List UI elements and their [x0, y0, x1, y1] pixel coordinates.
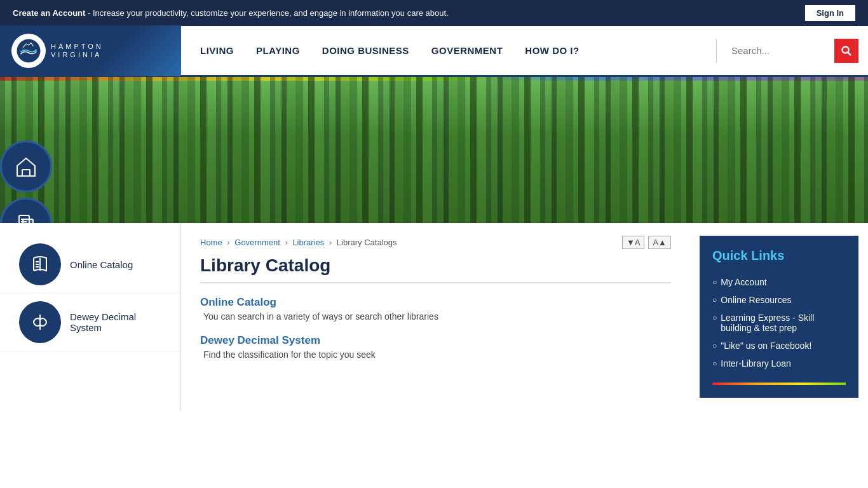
quick-link-online-resources[interactable]: Online Resources: [712, 291, 846, 309]
content-wrapper: Online Catalog Dewey Decimal System Home…: [0, 223, 868, 410]
dewey-desc: Find the classification for the topic yo…: [203, 349, 671, 360]
logo-circle: [11, 34, 46, 68]
quick-links-panel: Quick Links My Account Online Resources …: [700, 236, 858, 398]
sidebar-label-catalog: Online Catalog: [70, 259, 133, 270]
svg-line-2: [848, 52, 851, 55]
quick-link-online-resources-label[interactable]: Online Resources: [721, 295, 791, 305]
quick-links-list: My Account Online Resources Learning Exp…: [712, 273, 846, 372]
sidebar-label-dewey: Dewey Decimal System: [70, 311, 168, 333]
breadcrumb-government[interactable]: Government: [234, 238, 280, 247]
left-sidebar: Online Catalog Dewey Decimal System: [0, 223, 181, 410]
quick-links-divider: [712, 383, 846, 385]
side-icon-home[interactable]: [0, 140, 52, 193]
hero-image: [0, 77, 868, 223]
breadcrumb-libraries[interactable]: Libraries: [292, 238, 324, 247]
quick-link-learning-express[interactable]: Learning Express - Skill building & test…: [712, 309, 846, 337]
font-increase-button[interactable]: A▲: [648, 236, 671, 249]
content-section-catalog: Online Catalog You can search in a varie…: [200, 296, 671, 322]
right-column: Quick Links My Account Online Resources …: [690, 223, 868, 410]
banner-description: - Increase your productivity, customize …: [85, 8, 448, 18]
breadcrumb-sep-3: ›: [329, 238, 334, 247]
logo-text: HAMPTON VIRGINIA: [51, 43, 104, 58]
sidebar-item-online-catalog[interactable]: Online Catalog: [0, 236, 180, 294]
nav-playing[interactable]: PLAYING: [256, 45, 300, 56]
top-banner: Create an Account - Increase your produc…: [0, 0, 868, 26]
quick-link-interlibrary-label[interactable]: Inter-Library Loan: [721, 358, 791, 369]
quick-link-my-account-label[interactable]: My Account: [721, 277, 766, 287]
nav-living[interactable]: LIVING: [200, 45, 234, 56]
main-content: Home › Government › Libraries › Library …: [181, 223, 690, 410]
side-icon-documents[interactable]: [0, 198, 52, 223]
logo-area[interactable]: HAMPTON VIRGINIA: [0, 25, 181, 76]
nav-doing-business[interactable]: DOING BUSINESS: [322, 45, 409, 56]
quick-link-interlibrary[interactable]: Inter-Library Loan: [712, 355, 846, 372]
search-area: [716, 39, 858, 63]
site-header: HAMPTON VIRGINIA LIVING PLAYING DOING BU…: [0, 26, 868, 77]
nav-how-do-i[interactable]: HOW DO I?: [525, 45, 579, 56]
dewey-link[interactable]: Dewey Decimal System: [200, 334, 671, 347]
sidebar-icon-dewey: [19, 301, 61, 343]
home-icon: [14, 154, 38, 179]
quick-link-facebook[interactable]: "Like" us on Facebook!: [712, 337, 846, 355]
breadcrumb-sep-2: ›: [285, 238, 290, 247]
online-catalog-link[interactable]: Online Catalog: [200, 296, 671, 309]
font-decrease-button[interactable]: ▼A: [622, 236, 645, 249]
sign-in-button[interactable]: Sign In: [805, 5, 855, 21]
quick-link-facebook-label[interactable]: "Like" us on Facebook!: [721, 341, 811, 351]
breadcrumb: Home › Government › Libraries › Library …: [200, 236, 671, 249]
breadcrumb-sep-1: ›: [227, 238, 232, 247]
svg-rect-3: [22, 170, 30, 176]
hero-overlay: [0, 77, 868, 223]
sidebar-icon-catalog: [19, 243, 61, 285]
breadcrumb-home[interactable]: Home: [200, 238, 222, 247]
search-input[interactable]: [726, 42, 834, 59]
quick-link-learning-express-label[interactable]: Learning Express - Skill building & test…: [721, 313, 846, 333]
quick-links-title: Quick Links: [712, 248, 846, 263]
font-controls: ▼A A▲: [622, 236, 671, 249]
online-catalog-desc: You can search in a variety of ways or s…: [203, 311, 671, 322]
search-button[interactable]: [834, 39, 858, 63]
sidebar-item-dewey[interactable]: Dewey Decimal System: [0, 294, 180, 351]
quick-link-my-account[interactable]: My Account: [712, 273, 846, 291]
catalog-icon: [30, 254, 50, 274]
svg-point-1: [843, 46, 849, 53]
breadcrumb-current: Library Catalogs: [337, 238, 397, 247]
dewey-icon: [30, 312, 50, 332]
nav-government[interactable]: GOVERNMENT: [431, 45, 503, 56]
side-icons: [0, 140, 52, 223]
breadcrumb-links: Home › Government › Libraries › Library …: [200, 238, 397, 247]
search-icon: [841, 45, 852, 57]
documents-icon: [14, 212, 38, 223]
content-section-dewey: Dewey Decimal System Find the classifica…: [200, 334, 671, 360]
main-nav: LIVING PLAYING DOING BUSINESS GOVERNMENT…: [181, 45, 716, 56]
page-title: Library Catalog: [200, 255, 671, 283]
banner-text: Create an Account - Increase your produc…: [13, 8, 449, 18]
create-account-link[interactable]: Create an Account: [13, 8, 85, 18]
logo-icon: [16, 38, 41, 64]
